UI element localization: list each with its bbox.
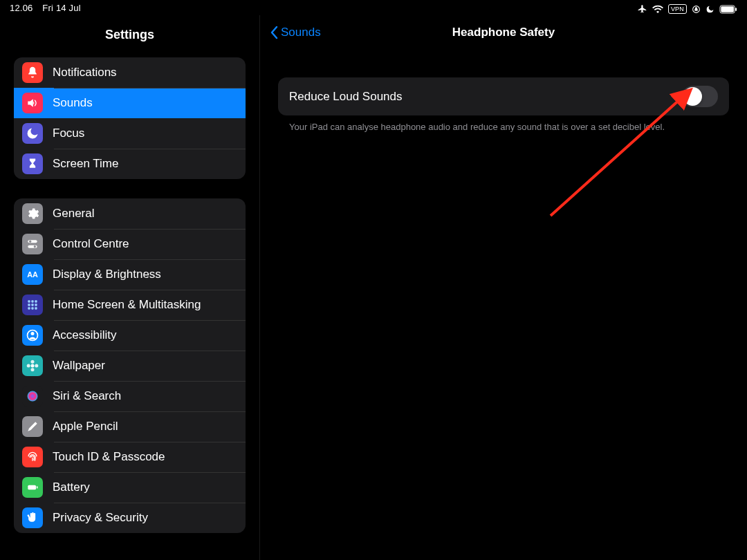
svg-rect-15 [28, 307, 30, 309]
sidebar-item-control-centre[interactable]: Control Centre [14, 229, 246, 259]
chevron-left-icon [270, 26, 278, 39]
vpn-badge: VPN [668, 4, 687, 14]
status-bar: 12.06 Fri 14 Jul VPN [0, 0, 747, 15]
svg-rect-10 [31, 300, 33, 302]
sidebar-item-wallpaper[interactable]: Wallpaper [14, 351, 246, 381]
svg-point-22 [31, 368, 35, 371]
sidebar-item-label: Privacy & Security [53, 511, 148, 525]
sidebar-item-general[interactable]: General [14, 198, 246, 229]
svg-point-7 [34, 245, 36, 248]
sidebar-item-home-screen-multitasking[interactable]: Home Screen & Multitasking [14, 290, 246, 320]
status-time: 12.06 [10, 3, 33, 13]
svg-point-23 [27, 364, 30, 368]
svg-rect-11 [35, 300, 37, 302]
bell-icon [22, 62, 43, 83]
svg-point-25 [28, 391, 38, 402]
back-button[interactable]: Sounds [270, 26, 321, 39]
svg-rect-17 [35, 307, 37, 309]
battery-icon [22, 477, 43, 498]
svg-rect-14 [35, 304, 37, 306]
svg-rect-9 [28, 300, 30, 302]
sidebar-item-apple-pencil[interactable]: Apple Pencil [14, 411, 246, 442]
detail-pane: Sounds Headphone Safety Reduce Loud Soun… [260, 15, 747, 560]
wifi-icon [652, 5, 663, 13]
svg-rect-13 [31, 304, 33, 306]
sidebar-item-sounds[interactable]: Sounds [14, 88, 246, 118]
sidebar-item-label: Touch ID & Passcode [53, 450, 165, 464]
svg-rect-2 [721, 6, 734, 12]
svg-rect-16 [31, 307, 33, 309]
airplane-icon [638, 4, 647, 14]
sidebar-item-label: Sounds [53, 96, 93, 110]
status-right: VPN [638, 3, 737, 15]
svg-point-19 [31, 332, 35, 335]
settings-cell-group: Reduce Loud Sounds [278, 77, 729, 115]
sidebar-item-notifications[interactable]: Notifications [14, 57, 246, 88]
svg-point-5 [29, 241, 31, 243]
back-label: Sounds [281, 26, 321, 39]
person-icon [22, 325, 43, 346]
sidebar-item-label: Control Centre [53, 237, 129, 251]
status-date: Fri 14 Jul [42, 3, 80, 13]
flower-icon [22, 355, 43, 376]
svg-point-24 [35, 364, 38, 368]
sidebar-item-display-brightness[interactable]: AADisplay & Brightness [14, 259, 246, 290]
detail-title: Headphone Safety [452, 26, 555, 39]
svg-point-21 [31, 360, 35, 364]
switches-icon [22, 234, 43, 254]
pencil-icon [22, 416, 43, 437]
settings-sidebar: Settings NotificationsSoundsFocusScreen … [0, 15, 260, 560]
sidebar-item-label: Display & Brightness [53, 268, 161, 281]
sidebar-item-label: Screen Time [53, 157, 118, 171]
sidebar-item-label: General [53, 207, 94, 221]
svg-rect-26 [28, 485, 36, 490]
siri-icon [22, 386, 43, 407]
sidebar-item-label: Apple Pencil [53, 420, 118, 433]
hourglass-icon [22, 153, 43, 174]
fingerprint-icon [22, 447, 43, 467]
sidebar-item-label: Notifications [53, 66, 117, 80]
battery-icon [719, 5, 737, 14]
moon-icon [22, 123, 43, 144]
detail-header: Sounds Headphone Safety [260, 15, 747, 50]
sidebar-item-focus[interactable]: Focus [14, 118, 246, 149]
hand-icon [22, 507, 43, 528]
sidebar-item-label: Accessibility [53, 328, 117, 342]
sidebar-item-privacy-security[interactable]: Privacy & Security [14, 503, 246, 533]
sidebar-title: Settings [0, 15, 259, 57]
reduce-loud-sounds-label: Reduce Loud Sounds [289, 90, 403, 104]
sidebar-item-touch-id-passcode[interactable]: Touch ID & Passcode [14, 442, 246, 472]
settings-group-2: GeneralControl CentreAADisplay & Brightn… [14, 198, 246, 533]
sidebar-item-label: Focus [53, 127, 84, 140]
sidebar-item-label: Wallpaper [53, 359, 105, 373]
reduce-loud-sounds-footnote: Your iPad can analyse headphone audio an… [278, 115, 729, 133]
sidebar-item-accessibility[interactable]: Accessibility [14, 320, 246, 351]
settings-group-1: NotificationsSoundsFocusScreen Time [14, 57, 246, 179]
sidebar-item-screen-time[interactable]: Screen Time [14, 149, 246, 179]
svg-rect-3 [735, 8, 737, 11]
svg-rect-27 [37, 486, 38, 488]
gear-icon [22, 203, 43, 224]
sidebar-item-label: Siri & Search [53, 389, 121, 403]
speaker-icon [22, 93, 43, 113]
aa-icon: AA [22, 264, 43, 285]
svg-point-20 [31, 364, 35, 368]
sidebar-item-label: Battery [53, 480, 90, 494]
sidebar-item-siri-search[interactable]: Siri & Search [14, 381, 246, 411]
status-left: 12.06 Fri 14 Jul [10, 3, 88, 15]
sidebar-item-label: Home Screen & Multitasking [53, 298, 201, 312]
svg-rect-12 [28, 304, 30, 306]
orientation-lock-icon [692, 5, 701, 14]
reduce-loud-sounds-row[interactable]: Reduce Loud Sounds [278, 77, 729, 115]
sidebar-item-battery[interactable]: Battery [14, 472, 246, 503]
reduce-loud-sounds-toggle[interactable] [682, 86, 718, 107]
svg-text:AA: AA [27, 270, 38, 279]
grid-icon [22, 295, 43, 315]
toggle-knob [683, 87, 702, 106]
do-not-disturb-icon [706, 5, 714, 14]
